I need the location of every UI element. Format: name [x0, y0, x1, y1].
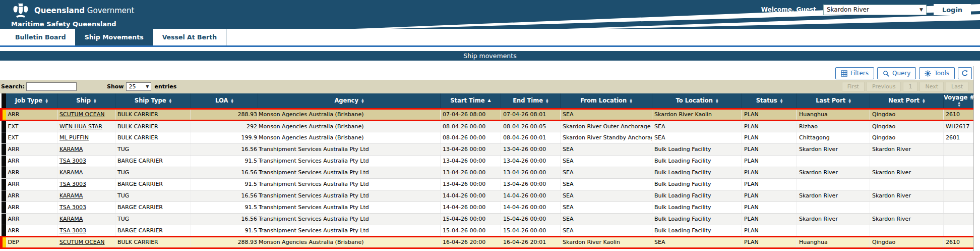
pagination-last[interactable]: Last [946, 82, 968, 91]
pagination-1[interactable]: 1 [903, 82, 917, 91]
column-header-ship-type[interactable]: Ship Type▲▼ [115, 93, 191, 109]
cell-ship: WEN HUA STAR [57, 120, 115, 132]
column-header-loa[interactable]: LOA▲▼ [191, 93, 258, 109]
cell-start-time: 16-04-26 20:00 [441, 236, 501, 248]
ship-movements-page: Queensland Government Maritime Safety Qu… [0, 0, 980, 251]
cell-voyage: 2601 [944, 132, 975, 143]
ship-link[interactable]: WEN HUA STAR [59, 123, 102, 130]
ship-link[interactable]: KARAMA [59, 169, 83, 176]
column-header-to-location[interactable]: To Location▲▼ [652, 93, 742, 109]
cell-ship-type: TUG [115, 213, 191, 225]
ship-link[interactable]: TSA 3003 [59, 227, 86, 234]
cell-job-type: EXT [6, 120, 57, 132]
site-header: Queensland Government Maritime Safety Qu… [0, 0, 980, 29]
cell-loa: 16.56 [191, 167, 258, 178]
port-select-value: Skardon River [827, 6, 869, 13]
cell-ship-type: BULK CARRIER [115, 120, 191, 132]
cell-job-type: ARR [6, 178, 57, 190]
table-row[interactable]: ARRKARAMATUG16.56Transhipment Services A… [2, 143, 975, 155]
cell-loa: 91.5 [191, 178, 258, 190]
cell-next-port: Skardon River [870, 167, 944, 178]
pagination-first[interactable]: First [842, 82, 865, 91]
column-header-start-time[interactable]: Start Time▲ [441, 93, 501, 109]
refresh-button[interactable] [958, 67, 972, 79]
cell-agency: Transhipment Services Australia Pty Ltd [258, 202, 441, 213]
cell-next-port: Qingdao [870, 109, 944, 120]
search-input[interactable] [26, 82, 77, 91]
table-row[interactable]: ARRTSA 3003BARGE CARRIER91.5Transhipment… [2, 155, 975, 167]
ship-link[interactable]: TSA 3003 [59, 204, 86, 211]
table-row[interactable]: ARRTSA 3003BARGE CARRIER91.5Transhipment… [2, 225, 975, 236]
column-header-ship[interactable]: Ship▲▼ [57, 93, 115, 109]
login-button[interactable]: Login [934, 4, 971, 15]
column-header-last-port[interactable]: Last Port▲▼ [797, 93, 870, 109]
table-row[interactable]: ARRTSA 3003BARGE CARRIER91.5Transhipment… [2, 178, 975, 190]
pagination-previous[interactable]: Previous [867, 82, 901, 91]
cell-next-port [870, 155, 944, 167]
cell-loa: 91.5 [191, 202, 258, 213]
column-header-from-location[interactable]: From Location▲▼ [561, 93, 652, 109]
table-row[interactable]: ARRKARAMATUG16.56Transhipment Services A… [2, 190, 975, 202]
ship-link[interactable]: TSA 3003 [59, 158, 86, 164]
ship-link[interactable]: SCUTUM OCEAN [59, 111, 105, 118]
tab-ship-movements[interactable]: Ship Movements [76, 29, 153, 45]
table-controls-bar: Search: Show 25 ▼ entries FirstPrevious1… [0, 80, 973, 93]
tab-vessel-at-berth[interactable]: Vessel At Berth [153, 29, 227, 45]
column-header-agency[interactable]: Agency▲▼ [258, 93, 441, 109]
table-row[interactable]: DEPSCUTUM OCEANBULK CARRIER288.93Monson … [2, 236, 975, 248]
table-row[interactable]: ARRSCUTUM OCEANBULK CARRIER288.93Monson … [2, 109, 975, 120]
chevron-down-icon: ▼ [146, 84, 149, 89]
cell-start-time: 13-04-26 00:00 [441, 167, 501, 178]
cell-next-port: Qingdao [870, 120, 944, 132]
cell-ship: KARAMA [57, 190, 115, 202]
table-row[interactable]: ARRKARAMATUG16.56Transhipment Services A… [2, 167, 975, 178]
pagination-next[interactable]: Next [920, 82, 944, 91]
filters-button[interactable]: Filters [835, 67, 874, 79]
cell-voyage [944, 202, 975, 213]
cell-from-location: SEA [561, 178, 652, 190]
port-select[interactable]: Skardon River ▼ [823, 5, 927, 15]
job-color-strip-header [2, 93, 6, 109]
cell-start-time: 15-04-26 00:00 [441, 213, 501, 225]
cell-last-port [797, 202, 870, 213]
ship-link[interactable]: SCUTUM OCEAN [59, 239, 105, 245]
ship-link[interactable]: KARAMA [59, 146, 83, 153]
cell-next-port: Skardon River [870, 143, 944, 155]
entries-per-page-select[interactable]: 25 ▼ [126, 82, 151, 91]
table-row[interactable]: EXTWEN HUA STARBULK CARRIER292Monson Age… [2, 120, 975, 132]
cell-next-port [870, 225, 944, 236]
column-header-next-port[interactable]: Next Port▲▼ [870, 93, 944, 109]
cell-ship-type: BULK CARRIER [115, 132, 191, 143]
table-row[interactable]: EXTML PUFFINBULK CARRIER199.9Monson Agen… [2, 132, 975, 143]
column-header-label: Status [756, 97, 777, 104]
cell-job-type: ARR [6, 155, 57, 167]
column-header-job-type[interactable]: Job Type▲▼ [6, 93, 57, 109]
cell-to-location: Bulk Loading Facility [652, 202, 742, 213]
cell-ship-type: TUG [115, 143, 191, 155]
tools-button[interactable]: Tools [919, 67, 955, 79]
tab-bulletin-board[interactable]: Bulletin Board [6, 29, 76, 45]
query-button[interactable]: Query [877, 67, 916, 79]
cell-end-time: 08-04-26 00:01 [501, 132, 561, 143]
cell-last-port: Rizhao [797, 120, 870, 132]
ship-link[interactable]: KARAMA [59, 192, 83, 199]
cell-loa: 292 [191, 120, 258, 132]
cell-end-time: 13-04-26 00:00 [501, 178, 561, 190]
sort-icon: ▲▼ [94, 98, 96, 104]
vertical-scrollbar[interactable] [973, 66, 980, 251]
column-header-status[interactable]: Status▲▼ [742, 93, 797, 109]
ship-link[interactable]: TSA 3003 [59, 181, 86, 187]
cell-to-location: Skardon River Kaolin [652, 109, 742, 120]
cell-next-port: Qingdao [870, 236, 944, 248]
cell-next-port [870, 178, 944, 190]
table-row[interactable]: ARRKARAMATUG16.56Transhipment Services A… [2, 213, 975, 225]
cell-ship: KARAMA [57, 143, 115, 155]
column-header-end-time[interactable]: End Time▲▼ [501, 93, 561, 109]
table-row[interactable]: ARRTSA 3003BARGE CARRIER91.5Transhipment… [2, 202, 975, 213]
ship-link[interactable]: ML PUFFIN [59, 134, 89, 141]
ship-link[interactable]: KARAMA [59, 216, 83, 222]
cell-to-location: SEA [652, 236, 742, 248]
cell-start-time: 13-04-26 00:00 [441, 178, 501, 190]
column-header-voyage[interactable]: Voyage #▲▼ [944, 93, 975, 109]
cell-status: PLAN [742, 120, 797, 132]
